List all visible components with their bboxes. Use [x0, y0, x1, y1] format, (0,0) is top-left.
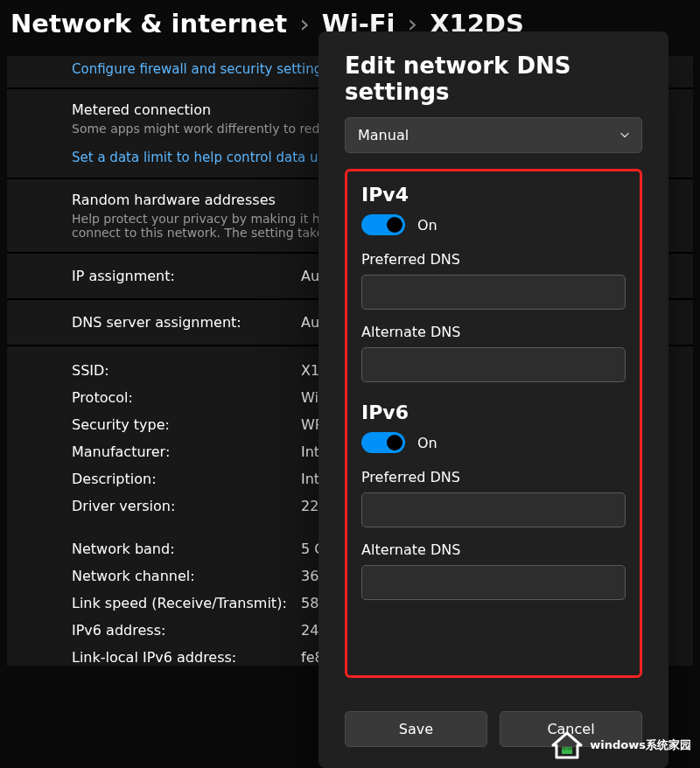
- toggle-knob: [387, 435, 402, 450]
- ipv6-toggle-row: On: [361, 432, 626, 453]
- ipv6-alternate-input[interactable]: [361, 565, 626, 600]
- ipv6-toggle[interactable]: [361, 432, 405, 453]
- toggle-knob: [387, 217, 402, 233]
- ipv4-preferred-label: Preferred DNS: [361, 251, 626, 268]
- house-icon: [550, 730, 584, 761]
- ipv4-toggle-row: On: [361, 214, 626, 235]
- ipv6-toggle-label: On: [417, 435, 438, 451]
- edit-dns-dialog: Edit network DNS settings Manual IPv4 On…: [318, 31, 668, 768]
- save-button[interactable]: Save: [345, 711, 487, 747]
- ipv6-preferred-input[interactable]: [361, 492, 626, 527]
- breadcrumb-root[interactable]: Network & internet: [10, 9, 287, 38]
- ip-assignment-label: IP assignment:: [72, 268, 301, 284]
- highlight-box: IPv4 On Preferred DNS Alternate DNS IPv6…: [345, 169, 642, 678]
- dns-mode-select-wrap: Manual: [345, 117, 642, 153]
- dns-mode-select[interactable]: Manual: [345, 117, 642, 153]
- ipv4-alternate-input[interactable]: [361, 347, 626, 382]
- svg-rect-1: [562, 747, 567, 751]
- ipv4-alternate-label: Alternate DNS: [361, 324, 626, 340]
- ipv4-preferred-input[interactable]: [361, 275, 626, 310]
- chevron-right-icon: ›: [299, 9, 310, 38]
- ipv6-preferred-label: Preferred DNS: [361, 469, 626, 485]
- dns-assignment-label: DNS server assignment:: [72, 314, 301, 331]
- ipv4-toggle-label: On: [417, 217, 438, 234]
- ipv6-alternate-label: Alternate DNS: [361, 541, 626, 558]
- ipv4-toggle[interactable]: [361, 214, 405, 235]
- watermark: windows系统家园: [541, 723, 700, 768]
- ipv6-header: IPv6: [361, 401, 626, 423]
- dialog-title: Edit network DNS settings: [345, 52, 642, 105]
- watermark-text: windows系统家园: [590, 737, 691, 753]
- ipv4-header: IPv4: [361, 184, 626, 206]
- svg-rect-2: [568, 747, 573, 751]
